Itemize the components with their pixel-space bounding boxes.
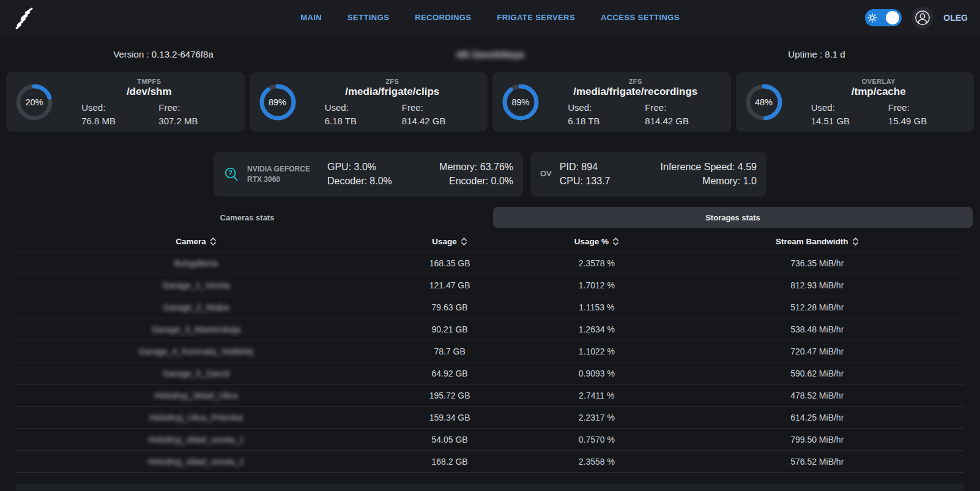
- stream-bandwidth-value: 736.35 MiB/hr: [670, 252, 965, 274]
- username[interactable]: OLEG: [943, 13, 968, 23]
- camera-name-blurred: Holodnyj_sklad_vorota_2: [16, 451, 376, 472]
- used-value: 14.51 GB: [811, 116, 888, 126]
- usage-percent-value: 1.2634 %: [523, 318, 670, 340]
- table-row[interactable]: Garage_2_Mojka79.63 GB1.1153 %512.28 MiB…: [16, 296, 964, 318]
- top-navbar: MAIN SETTINGS RECORDINGS FRIGATE SERVERS…: [0, 0, 980, 36]
- camera-name-blurred: Buhgalteria: [16, 252, 376, 274]
- account-circle-icon: [915, 10, 930, 26]
- usage-percent-label: 89%: [501, 83, 540, 122]
- table-row[interactable]: Holodnyj_sklad_vorota_2168.2 GB2.3558 %5…: [16, 451, 964, 473]
- usage-donut-chart: 48%: [744, 83, 784, 122]
- stream-bandwidth-value: 512.28 MiB/hr: [670, 296, 965, 318]
- used-value: 6.18 TB: [568, 116, 645, 126]
- usage-value: 159.34 GB: [376, 407, 523, 428]
- column-header-usage[interactable]: Usage: [376, 231, 523, 252]
- usage-donut-chart: 89%: [258, 83, 297, 122]
- usage-percent-value: 0.7570 %: [523, 429, 670, 450]
- used-value: 76.8 MB: [81, 116, 158, 126]
- usage-value: 78.7 GB: [376, 340, 523, 362]
- camera-name-blurred: Holodnyj_Sklad_Ulica: [16, 384, 376, 406]
- nav-link-main[interactable]: MAIN: [300, 13, 322, 22]
- free-value: 15.49 GB: [888, 116, 965, 126]
- stream-bandwidth-value: 576.52 MiB/hr: [670, 451, 965, 472]
- nav-link-settings[interactable]: SETTINGS: [347, 13, 389, 22]
- usage-percent-label: 89%: [258, 83, 297, 122]
- frigate-logo-icon[interactable]: [12, 4, 39, 31]
- gpu-encoder: Encoder: 0.0%: [449, 176, 513, 187]
- free-value: 814.42 GB: [645, 116, 722, 126]
- free-label: Free:: [158, 102, 236, 113]
- detector-inference-speed: Inference Speed: 4.59: [661, 162, 757, 173]
- usage-donut-chart: 20%: [15, 83, 54, 122]
- detector-memory: Memory: 1.0: [702, 176, 757, 187]
- svg-text:?: ?: [228, 169, 232, 176]
- gpu-stats-card: ? NVIDIA GEFORCE RTX 3060 GPU: 3.0% Deco…: [213, 152, 523, 197]
- camera-stats-table: Camera Usage Usage % Stream Bandwidth: [0, 231, 980, 490]
- storage-card-recordings: 89% ZFS /media/frigate/recordings Used: …: [492, 72, 731, 132]
- fs-type: ZFS: [549, 78, 722, 85]
- free-value: 307.2 MB: [158, 116, 236, 126]
- toggle-knob: [886, 11, 899, 24]
- navbar-right-controls: OLEG: [865, 7, 968, 29]
- used-label: Used:: [325, 102, 402, 113]
- usage-value: 168.2 GB: [376, 451, 523, 472]
- stream-bandwidth-value: 478.52 MiB/hr: [670, 384, 965, 406]
- table-row[interactable]: Holodnyj_sklad_vorota_154.05 GB0.7570 %7…: [16, 429, 964, 451]
- stats-tabs: Cameras stats Storages stats: [0, 207, 980, 228]
- detector-pid: PID: 894: [560, 162, 611, 173]
- gpu-memory: Memory: 63.76%: [439, 162, 513, 173]
- main-nav: MAIN SETTINGS RECORDINGS FRIGATE SERVERS…: [300, 13, 680, 22]
- table-row[interactable]: Garage_5_Zaezd64.92 GB0.9093 %590.62 MiB…: [16, 362, 964, 384]
- camera-name-blurred: Garage_3_Masterskaja: [16, 318, 376, 340]
- tab-cameras-stats[interactable]: Cameras stats: [7, 207, 487, 228]
- stream-bandwidth-value: 538.48 MiB/hr: [670, 318, 965, 340]
- detector-cpu: CPU: 133.7: [560, 176, 611, 187]
- table-footer-strip: [16, 484, 964, 490]
- usage-percent-value: 1.7012 %: [523, 274, 670, 296]
- table-header-row: Camera Usage Usage % Stream Bandwidth: [16, 231, 964, 252]
- gpu-name: NVIDIA GEFORCE RTX 3060: [247, 164, 319, 185]
- fs-type: OVERLAY: [792, 78, 966, 85]
- mount-path: /media/frigate/clips: [306, 86, 480, 98]
- table-row[interactable]: Holodnyj_Ulica_Priemka159.34 GB2.2317 %6…: [16, 407, 964, 429]
- sort-arrows-icon: [612, 237, 619, 246]
- table-row[interactable]: Holodnyj_Sklad_Ulica195.72 GB2.7411 %478…: [16, 384, 964, 407]
- table-row[interactable]: Garage_4_Komnata_Voditelej78.7 GB1.1022 …: [16, 340, 964, 362]
- sort-arrows-icon: [210, 237, 217, 246]
- camera-name-blurred: Garage_2_Mojka: [16, 296, 376, 318]
- nav-link-recordings[interactable]: RECORDINGS: [415, 13, 471, 22]
- storage-card-tmp-cache: 48% OVERLAY /tmp/cache Used: Free: 14.51…: [736, 72, 974, 132]
- version-text: Version : 0.13.2-6476f8a: [0, 49, 327, 59]
- free-label: Free:: [888, 102, 965, 113]
- nav-link-frigate-servers[interactable]: FRIGATE SERVERS: [497, 13, 575, 22]
- uptime-text: Uptime : 8.1 d: [653, 49, 980, 59]
- gpu-usage: GPU: 3.0%: [327, 162, 392, 173]
- camera-name-blurred: Garage_1_Vorota: [16, 274, 376, 296]
- usage-value: 79.63 GB: [376, 296, 523, 318]
- fs-type: TMPFS: [62, 78, 236, 85]
- status-row: Version : 0.13.2-6476f8a AB Zavodskaya U…: [0, 45, 980, 63]
- column-header-usage-percent[interactable]: Usage %: [523, 231, 670, 252]
- usage-value: 168.35 GB: [376, 252, 523, 274]
- usage-percent-value: 0.9093 %: [523, 362, 670, 384]
- theme-toggle[interactable]: [865, 9, 902, 26]
- usage-percent-value: 1.1153 %: [523, 296, 670, 318]
- usage-percent-value: 2.7411 %: [523, 384, 670, 406]
- used-label: Used:: [811, 102, 888, 113]
- user-avatar[interactable]: [911, 7, 934, 29]
- nav-link-access-settings[interactable]: ACCESS SETTINGS: [601, 13, 680, 22]
- table-row[interactable]: Garage_1_Vorota121.47 GB1.7012 %812.93 M…: [16, 274, 964, 296]
- sort-arrows-icon: [852, 237, 859, 246]
- table-row[interactable]: Garage_3_Masterskaja90.21 GB1.2634 %538.…: [16, 318, 964, 340]
- fs-type: ZFS: [306, 78, 480, 85]
- mount-path: /tmp/cache: [792, 86, 966, 98]
- column-header-stream-bandwidth[interactable]: Stream Bandwidth: [670, 231, 965, 252]
- table-row[interactable]: Buhgalteria168.35 GB2.3578 %736.35 MiB/h…: [16, 252, 964, 274]
- column-header-camera[interactable]: Camera: [16, 231, 376, 252]
- tab-storages-stats[interactable]: Storages stats: [493, 207, 973, 228]
- stream-bandwidth-value: 812.93 MiB/hr: [670, 274, 965, 296]
- usage-value: 90.21 GB: [376, 318, 523, 340]
- camera-name-blurred: Holodnyj_Ulica_Priemka: [16, 407, 376, 428]
- usage-percent-value: 2.2317 %: [523, 407, 670, 428]
- stream-bandwidth-value: 720.47 MiB/hr: [670, 340, 965, 362]
